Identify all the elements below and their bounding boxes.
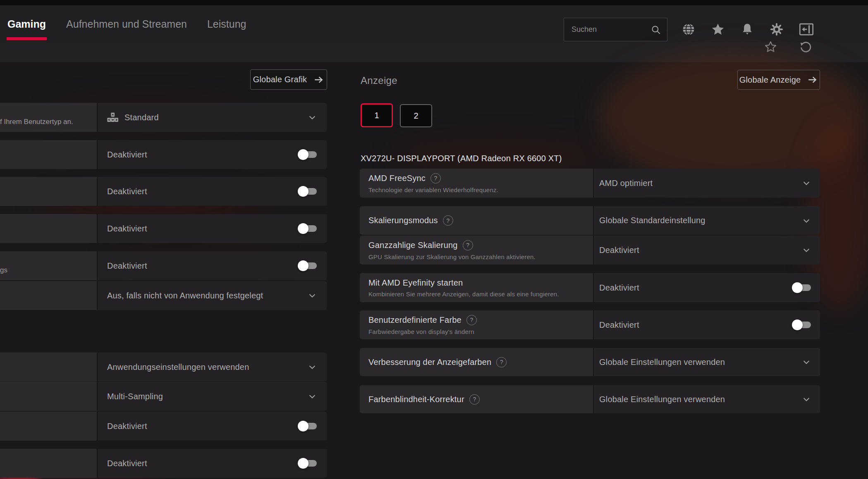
row-label-cell-mit-amd-eyefinity-starten: Mit AMD Eyefinity startenKombinieren Sie… (360, 273, 594, 302)
row-label-cell-benutzerdefinierte-farbe: Benutzerdefinierte Farbe?Farbwiedergabe … (360, 310, 594, 339)
tab-aufnehmen-und-streamen[interactable]: Aufnehmen und Streamen (65, 5, 188, 43)
dropdown-ganzzahlige-skalierung[interactable]: Deaktiviert (594, 236, 820, 265)
toggle-knob (792, 319, 803, 330)
toggle-left-2[interactable] (298, 186, 317, 197)
left-row-label-cell: gs (0, 251, 98, 280)
left-row-label-cell (0, 353, 98, 381)
setting-row-amd-freesync: AMD FreeSync?Technologie der variablen W… (360, 169, 820, 198)
setting-row-ganzzahlige-skalierung: Ganzzahlige Skalierung?GPU Skalierung zu… (360, 236, 820, 265)
display-select-button-1[interactable]: 1 (361, 103, 393, 127)
help-icon[interactable]: ? (496, 357, 507, 367)
help-icon[interactable]: ? (443, 215, 453, 226)
dropdown-verbesserung-der-anzeigefarben[interactable]: Globale Einstellungen verwenden (594, 348, 820, 376)
chevron-down-icon (802, 216, 811, 225)
tab-leistung[interactable]: Leistung (206, 5, 247, 43)
window-top-strip (0, 0, 868, 5)
row-label-line: Skalierungsmodus? (368, 215, 593, 226)
dropdown-multi-sampling[interactable]: Multi-Sampling (98, 382, 327, 411)
globale-anzeige-button[interactable]: Globale Anzeige (737, 70, 820, 90)
help-icon[interactable]: ? (466, 315, 477, 325)
left-row-label-cell (0, 382, 98, 411)
search-input[interactable]: Suchen (564, 18, 667, 41)
setting-subtitle: Technologie der variablen Wiederholfrequ… (368, 186, 593, 193)
dropdown-aus-falls-nicht-von-anwendung-festgelegt[interactable]: Aus, falls nicht von Anwendung festgeleg… (98, 281, 327, 310)
toggle-benutzerdefinierte-farbe[interactable] (792, 319, 811, 330)
amd-radeon-software-window: Gaming Aufnehmen und Streamen Leistung S… (0, 0, 868, 479)
reset-icon[interactable] (799, 41, 811, 53)
setting-value-cell-deaktiviert: Deaktiviert (98, 412, 327, 441)
setting-label: Verbesserung der Anzeigefarben (368, 357, 491, 367)
globale-grafik-button[interactable]: Globale Grafik (250, 69, 327, 90)
toggle-knob (298, 458, 308, 469)
left-row-label-cell (0, 449, 98, 478)
row-label-line: Ganzzahlige Skalierung? (368, 240, 593, 250)
help-icon[interactable]: ? (463, 240, 473, 250)
toggle-knob (298, 223, 308, 234)
globale-anzeige-button-label: Globale Anzeige (739, 75, 801, 85)
setting-label: Skalierungsmodus (368, 216, 438, 225)
setting-value-text: Deaktiviert (107, 261, 298, 271)
dropdown-amd-freesync[interactable]: AMD optimiert (594, 169, 820, 198)
setting-value-text: Aus, falls nicht von Anwendung festgeleg… (107, 291, 308, 300)
row-label-line: Farbenblindheit-Korrektur? (368, 394, 593, 405)
dropdown-farbenblindheit-korrektur[interactable]: Globale Einstellungen verwenden (594, 385, 820, 413)
row-label-line: AMD FreeSync? (368, 173, 593, 183)
chevron-down-icon (308, 291, 317, 300)
row-label-cell-amd-freesync: AMD FreeSync?Technologie der variablen W… (360, 169, 594, 198)
display-select-button-2[interactable]: 2 (400, 104, 432, 127)
setting-value-text: Deaktiviert (599, 320, 792, 330)
left-setting-row-4-deaktiviert: gsDeaktiviert (0, 251, 327, 280)
chevron-down-icon (802, 245, 811, 255)
chevron-down-icon (802, 179, 811, 188)
toggle-left-8[interactable] (298, 421, 317, 431)
left-row-label-cell (0, 281, 98, 310)
dropdown-skalierungsmodus[interactable]: Globale Standardeinstellung (594, 206, 820, 235)
left-setting-row-5-aus-falls-nicht-von-anwendung-festgelegt: Aus, falls nicht von Anwendung festgeleg… (0, 281, 327, 310)
setting-value-text: Multi-Sampling (107, 392, 308, 401)
setting-row-farbenblindheit-korrektur: Farbenblindheit-Korrektur?Globale Einste… (360, 385, 820, 413)
settings-gear-icon[interactable] (770, 23, 783, 36)
setting-value-text: Anwendungseinstellungen verwenden (107, 362, 308, 372)
notifications-bell-icon[interactable] (741, 23, 754, 36)
chevron-down-icon (308, 362, 317, 372)
nav-tabs: Gaming Aufnehmen und Streamen Leistung (7, 5, 247, 43)
toggle-knob (298, 149, 308, 160)
left-row-label-fragment: gs (0, 266, 97, 274)
toggle-mit-amd-eyefinity-starten[interactable] (792, 282, 811, 293)
setting-value-cell-deaktiviert: Deaktiviert (98, 140, 327, 169)
left-setting-row-3-deaktiviert: Deaktiviert (0, 214, 327, 243)
favorites-star-icon[interactable] (711, 23, 725, 36)
dropdown-standard[interactable]: Standard (98, 103, 327, 132)
toggle-left-9[interactable] (298, 458, 317, 469)
chevron-down-icon (308, 392, 317, 401)
row-label-cell-ganzzahlige-skalierung: Ganzzahlige Skalierung?GPU Skalierung zu… (360, 236, 594, 265)
chevron-down-icon (802, 357, 811, 367)
help-icon[interactable]: ? (430, 173, 441, 183)
setting-label: Benutzerdefinierte Farbe (368, 315, 461, 325)
panel-collapse-icon[interactable] (799, 23, 813, 36)
setting-value-text: Globale Standardeinstellung (599, 216, 802, 225)
left-setting-row-9-deaktiviert: Deaktiviert (0, 449, 327, 478)
dropdown-anwendungseinstellungen-verwenden[interactable]: Anwendungseinstellungen verwenden (98, 353, 327, 381)
toggle-left-3[interactable] (298, 223, 317, 234)
tab-gaming[interactable]: Gaming (7, 5, 47, 43)
setting-row-verbesserung-der-anzeigefarben: Verbesserung der Anzeigefarben?Globale E… (360, 348, 820, 376)
globe-icon[interactable] (682, 23, 695, 36)
toggle-left-4[interactable] (298, 260, 317, 271)
setting-value-text: Deaktiviert (107, 224, 298, 234)
chevron-down-icon (802, 395, 811, 404)
setting-value-text: Globale Einstellungen verwenden (599, 357, 802, 367)
toggle-left-1[interactable] (298, 149, 317, 160)
left-row-label-cell (0, 140, 98, 169)
toggle-knob (298, 186, 308, 197)
setting-label: Farbenblindheit-Korrektur (368, 395, 464, 404)
setting-value-cell-deaktiviert: Deaktiviert (98, 214, 327, 243)
row-label-cell-skalierungsmodus: Skalierungsmodus? (360, 206, 594, 235)
setting-value-text: Deaktiviert (107, 150, 298, 160)
arrow-right-icon (313, 75, 324, 84)
left-setting-row-2-deaktiviert: Deaktiviert (0, 177, 327, 206)
anzeige-panel-title: Anzeige (361, 75, 397, 86)
left-setting-row-0-standard: f Ihrem Benutzertyp an.Standard (0, 103, 327, 132)
help-icon[interactable]: ? (469, 394, 480, 405)
left-setting-row-7-multi-sampling: Multi-Sampling (0, 382, 327, 411)
